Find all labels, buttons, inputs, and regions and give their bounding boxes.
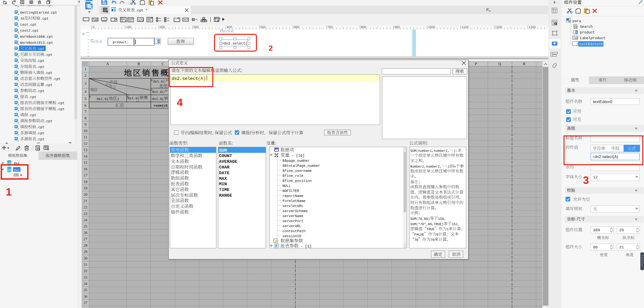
svg-text:i: i [555, 22, 556, 25]
svg-text:?: ? [276, 241, 277, 243]
